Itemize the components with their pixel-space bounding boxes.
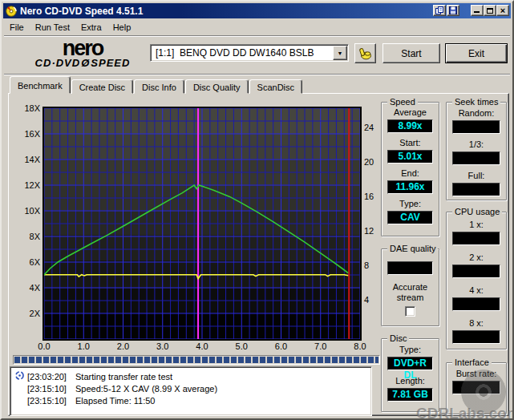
field-label-2-x: 2 x: bbox=[447, 252, 506, 262]
panel-cpu-usage: CPU usage1 x:2 x:4 x:8 x: bbox=[446, 212, 507, 349]
menu-item-run-test[interactable]: Run Test bbox=[30, 21, 75, 34]
y-axis-label-left: 14X bbox=[11, 155, 40, 164]
tab-disc-quality[interactable]: Disc Quality bbox=[185, 79, 249, 94]
value-8-x bbox=[452, 330, 500, 344]
log-panel[interactable]: [23:03:20]Starting transfer rate test[23… bbox=[10, 366, 372, 416]
value-random bbox=[452, 120, 500, 134]
panel-dae-quality: DAE qualityAccuratestream bbox=[381, 248, 439, 326]
nero-logo-subtext: CD·DVDØSPEED bbox=[14, 58, 151, 69]
log-timestamp: [23:03:20] bbox=[27, 372, 75, 382]
pages-icon bbox=[435, 6, 443, 14]
minimize-button[interactable] bbox=[471, 5, 484, 16]
value-1-x bbox=[452, 232, 500, 245]
nero-logo-text: nero bbox=[14, 38, 151, 58]
log-info-icon bbox=[15, 371, 27, 382]
y-axis-label-left: 2X bbox=[11, 309, 40, 318]
field-label-8-x: 8 x: bbox=[447, 318, 506, 328]
field-label-burst-rate: Burst rate: bbox=[447, 369, 506, 378]
log-entry: [23:15:10]Speed:5-12 X CAV (8.99 X avera… bbox=[15, 382, 370, 394]
y-axis-label-right: 16 bbox=[364, 192, 374, 201]
log-timestamp: [23:15:10] bbox=[27, 384, 75, 394]
field-label-1-x: 1 x: bbox=[447, 220, 506, 229]
value-full bbox=[452, 183, 500, 196]
x-axis-label: 7.0 bbox=[309, 341, 333, 351]
field-label-type: Type: bbox=[382, 345, 439, 354]
y-axis-label-right: 20 bbox=[364, 157, 374, 167]
panel-disc: DiscType:DVD+R DLLength:7.81 GB bbox=[381, 338, 439, 412]
panel-title-cpu-usage: CPU usage bbox=[452, 207, 502, 216]
field-label-random: Random: bbox=[447, 108, 506, 118]
disc-glyph-icon: Ø bbox=[80, 57, 91, 69]
value-start: 5.01x bbox=[387, 150, 433, 164]
value-burst-rate bbox=[452, 381, 500, 394]
menu-item-help[interactable]: Help bbox=[107, 21, 137, 34]
drive-select[interactable]: [1:1] BENQ DVD DD DW1640 BSLB ▼ bbox=[150, 44, 349, 62]
field-label-type: Type: bbox=[382, 199, 439, 208]
field-label-end: End: bbox=[382, 168, 439, 178]
panel-title-disc: Disc bbox=[387, 333, 409, 343]
x-axis-label: 1.0 bbox=[71, 341, 95, 351]
panel-seek-times: Seek timesRandom:1/3:Full: bbox=[446, 102, 507, 200]
x-axis-label: 6.0 bbox=[269, 341, 293, 351]
accurate-stream-label: Accurate bbox=[382, 282, 439, 293]
panel-speed: SpeedAverage8.99xStart:5.01xEnd:11.96xTy… bbox=[381, 102, 439, 236]
value-4-x bbox=[452, 297, 500, 311]
value-type: CAV bbox=[387, 211, 433, 224]
y-axis-label-right: 4 bbox=[364, 295, 369, 305]
accurate-stream-checkbox[interactable] bbox=[405, 306, 415, 317]
progress-bar bbox=[13, 355, 380, 365]
y-axis-label-right: 12 bbox=[364, 226, 374, 236]
tab-disc-info[interactable]: Disc Info bbox=[134, 79, 184, 94]
exit-button[interactable]: Exit bbox=[445, 43, 508, 63]
value-type: DVD+R DL bbox=[387, 357, 433, 370]
tab-create-disc[interactable]: Create Disc bbox=[71, 79, 133, 94]
y-axis-label-left: 10X bbox=[11, 206, 40, 216]
field-label-average: Average bbox=[382, 107, 439, 117]
minimize-icon bbox=[474, 11, 480, 13]
value-1-3 bbox=[452, 151, 500, 165]
benchmark-chart bbox=[42, 107, 362, 341]
report-button[interactable] bbox=[433, 5, 446, 16]
log-message: Starting transfer rate test bbox=[75, 372, 172, 382]
field-label-full: Full: bbox=[447, 171, 506, 180]
panel-interface: InterfaceBurst rate: bbox=[446, 362, 507, 414]
title-bar[interactable]: Nero CD-DVD Speed 4.51.1 × bbox=[3, 3, 511, 18]
maximize-button[interactable] bbox=[484, 5, 496, 16]
tab-scandisc[interactable]: ScanDisc bbox=[249, 79, 302, 94]
y-axis-label-right: 24 bbox=[364, 123, 374, 132]
floppy-icon bbox=[449, 6, 457, 14]
y-axis-label-left: 12X bbox=[11, 180, 40, 190]
field-label-4-x: 4 x: bbox=[447, 285, 506, 295]
series-read-speed bbox=[44, 185, 348, 275]
x-axis-label: 8.0 bbox=[348, 341, 372, 351]
panel-title-speed: Speed bbox=[387, 97, 418, 107]
accurate-stream-label: stream bbox=[382, 293, 439, 303]
hand-icon bbox=[358, 46, 372, 60]
value-2-x bbox=[452, 265, 500, 278]
window-title: Nero CD-DVD Speed 4.51.1 bbox=[20, 6, 143, 17]
save-button[interactable] bbox=[447, 5, 459, 16]
y-axis-label-left: 8X bbox=[11, 232, 40, 241]
menu-item-file[interactable]: File bbox=[4, 21, 30, 34]
menu-item-extra[interactable]: Extra bbox=[75, 21, 107, 34]
menu-bar: FileRun TestExtraHelp bbox=[4, 20, 136, 34]
tab-bar: BenchmarkCreate DiscDisc InfoDisc Qualit… bbox=[10, 79, 303, 94]
app-icon bbox=[6, 6, 17, 17]
log-entry: [23:15:10]Elapsed Time: 11:50 bbox=[15, 394, 370, 406]
x-axis-label: 0.0 bbox=[32, 341, 56, 351]
eject-hand-button[interactable] bbox=[354, 43, 376, 63]
close-button[interactable]: × bbox=[496, 5, 509, 16]
start-button[interactable]: Start bbox=[382, 43, 440, 63]
tab-benchmark[interactable]: Benchmark bbox=[10, 76, 71, 94]
field-label-start: Start: bbox=[382, 138, 439, 147]
separator-line bbox=[4, 74, 510, 75]
log-message: Elapsed Time: 11:50 bbox=[75, 396, 155, 406]
y-axis-label-left: 4X bbox=[11, 283, 40, 293]
panel-title-dae-quality: DAE quality bbox=[387, 244, 438, 253]
drive-select-arrow[interactable]: ▼ bbox=[333, 46, 347, 60]
chevron-down-icon: ▼ bbox=[338, 50, 343, 56]
series-rotation-speed bbox=[44, 275, 348, 279]
panel-title-seek-times: Seek times bbox=[452, 97, 500, 107]
close-icon: × bbox=[500, 6, 505, 14]
y-axis-label-left: 18X bbox=[11, 103, 40, 113]
